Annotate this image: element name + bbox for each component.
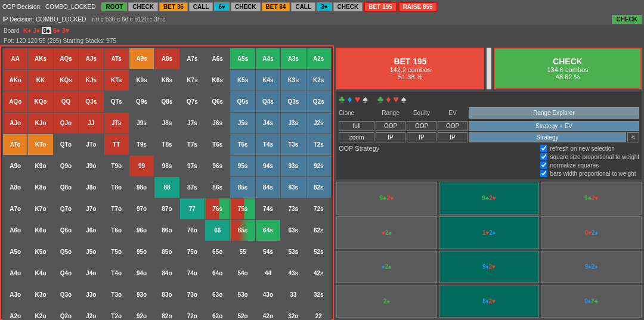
matrix-cell-J8s[interactable]: J8s [154,113,179,134]
matrix-cell-54o[interactable]: 54o [230,263,255,284]
matrix-cell-86s[interactable]: 86s [205,177,230,198]
bet36-button[interactable]: BET 36 [159,2,188,11]
matrix-cell-22[interactable]: 22 [306,306,332,321]
matrix-cell-93s[interactable]: 93s [281,156,306,177]
matrix-cell-Q7s[interactable]: Q7s [179,91,205,113]
oop-range-button[interactable]: OOP [376,121,405,131]
matrix-cell-76o[interactable]: 76o [179,220,205,241]
matrix-cell-62s[interactable]: 62s [306,220,332,241]
club-suit-1[interactable]: ♣ [339,94,345,105]
check-btn-bottom[interactable]: CHECK [612,15,642,24]
matrix-cell-K6o[interactable]: K6o [28,220,53,241]
matrix-cell-73s[interactable]: 73s [281,198,306,220]
matrix-cell-T9o[interactable]: T9o [104,156,129,177]
matrix-cell-53s[interactable]: 53s [281,241,306,263]
3h-button[interactable]: 3♥ [317,2,332,11]
matrix-cell-J8o[interactable]: J8o [79,177,104,198]
matrix-cell-T6o[interactable]: T6o [104,220,129,241]
card-cell-3[interactable]: 9♣2♥ [541,182,642,215]
card-cell-1[interactable]: 9♣2♥ [336,182,437,215]
heart-suit-2[interactable]: ♥ [393,94,399,105]
matrix-cell-Q2o[interactable]: Q2o [53,306,78,321]
matrix-cell-65s[interactable]: 65s [230,220,255,241]
matrix-cell-43s[interactable]: 43s [281,263,306,284]
matrix-cell-Q9o[interactable]: Q9o [53,156,78,177]
matrix-cell-92s[interactable]: 92s [306,156,332,177]
cb-bars-input[interactable] [540,170,547,177]
matrix-cell-92o[interactable]: 92o [129,306,154,321]
arrow-button[interactable]: < [627,132,639,142]
bet-decision-box[interactable]: BET 195 142.2 combos 51.38 % [336,48,484,89]
matrix-cell-T2o[interactable]: T2o [104,306,129,321]
call-button-2[interactable]: CALL [291,2,315,11]
matrix-cell-42o[interactable]: 42o [255,306,280,321]
matrix-cell-76s[interactable]: 76s [205,198,230,220]
matrix-cell-98s[interactable]: 98s [154,156,179,177]
ip-ev-button[interactable]: IP [438,132,467,142]
6h-button[interactable]: 6♥ [214,2,230,11]
matrix-cell-82s[interactable]: 82s [306,177,332,198]
diamond-suit-2[interactable]: ♦ [386,94,391,105]
matrix-cell-74o[interactable]: 74o [179,263,205,284]
matrix-cell-95o[interactable]: 95o [129,241,154,263]
matrix-cell-43o[interactable]: 43o [255,284,280,306]
full-button[interactable]: full [339,121,374,131]
matrix-cell-32o[interactable]: 32o [281,306,306,321]
matrix-cell-87s[interactable]: 87s [179,177,205,198]
matrix-cell-T9s[interactable]: T9s [129,134,154,156]
matrix-cell-QTs[interactable]: QTs [104,91,129,113]
matrix-cell-Q6o[interactable]: Q6o [53,220,78,241]
card-cell-9[interactable]: 9♦2♦ [541,251,642,284]
matrix-cell-A4o[interactable]: A4o [3,263,28,284]
matrix-cell-K9s[interactable]: K9s [129,70,154,91]
matrix-cell-53o[interactable]: 53o [230,284,255,306]
matrix-cell-74s[interactable]: 74s [255,198,280,220]
matrix-cell-A2o[interactable]: A2o [3,306,28,321]
matrix-cell-A3o[interactable]: A3o [3,284,28,306]
matrix-cell-T3s[interactable]: T3s [281,134,306,156]
matrix-cell-86o[interactable]: 86o [154,220,179,241]
matrix-cell-77[interactable]: 77 [179,198,205,220]
card-cell-4[interactable]: ♥2♠ [336,216,437,249]
matrix-cell-QTo[interactable]: QTo [53,134,78,156]
cb-normalize[interactable]: normalize squares [540,161,639,169]
cb-refresh-input[interactable] [540,145,547,152]
matrix-cell-K5s[interactable]: K5s [230,70,255,91]
matrix-cell-A8s[interactable]: A8s [154,48,179,70]
matrix-cell-K7s[interactable]: K7s [179,70,205,91]
matrix-cell-97s[interactable]: 97s [179,156,205,177]
matrix-cell-54s[interactable]: 54s [255,241,280,263]
matrix-cell-ATs[interactable]: ATs [104,48,129,70]
matrix-cell-J4s[interactable]: J4s [255,113,280,134]
matrix-cell-KK[interactable]: KK [28,70,53,91]
matrix-cell-ATo[interactable]: ATo [3,134,28,156]
matrix-cell-97o[interactable]: 97o [129,198,154,220]
matrix-cell-T5o[interactable]: T5o [104,241,129,263]
matrix-cell-62o[interactable]: 62o [205,306,230,321]
matrix-cell-J9s[interactable]: J9s [129,113,154,134]
matrix-cell-Q8s[interactable]: Q8s [154,91,179,113]
matrix-cell-KJs[interactable]: KJs [79,70,104,91]
matrix-cell-T5s[interactable]: T5s [230,134,255,156]
matrix-cell-Q5s[interactable]: Q5s [230,91,255,113]
matrix-cell-A9o[interactable]: A9o [3,156,28,177]
matrix-cell-J7o[interactable]: J7o [79,198,104,220]
matrix-cell-J6s[interactable]: J6s [205,113,230,134]
oop-ev-button[interactable]: OOP [438,121,467,131]
matrix-cell-Q5o[interactable]: Q5o [53,241,78,263]
matrix-cell-JTo[interactable]: JTo [79,134,104,156]
matrix-cell-A6o[interactable]: A6o [3,220,28,241]
cb-normalize-input[interactable] [540,161,547,169]
card-cell-12[interactable]: 9♦2♣ [541,285,642,318]
spade-suit-2[interactable]: ♠ [401,94,407,105]
check-decision-box[interactable]: CHECK 134.6 combos 48.62 % [494,48,642,89]
matrix-cell-96s[interactable]: 96s [205,156,230,177]
matrix-cell-K3o[interactable]: K3o [28,284,53,306]
matrix-cell-T8s[interactable]: T8s [154,134,179,156]
check-button-2[interactable]: CHECK [231,2,261,11]
matrix-cell-72o[interactable]: 72o [179,306,205,321]
matrix-cell-T3o[interactable]: T3o [104,284,129,306]
card-cell-2[interactable]: 9♣2♥ [439,182,540,215]
matrix-cell-88[interactable]: 88 [154,177,179,198]
matrix-cell-85s[interactable]: 85s [230,177,255,198]
